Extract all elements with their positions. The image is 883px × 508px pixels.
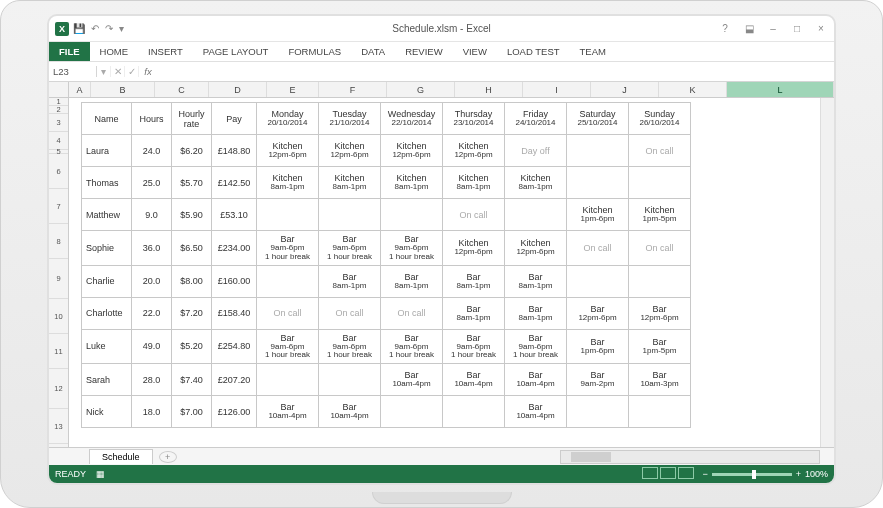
- cell-rate[interactable]: $7.20: [172, 297, 212, 329]
- fx-icon[interactable]: fx: [139, 66, 157, 77]
- row-header[interactable]: 12: [49, 369, 68, 409]
- cell-name[interactable]: Sophie: [82, 231, 132, 266]
- ribbon-options-button[interactable]: ⬓: [742, 23, 756, 34]
- tab-review[interactable]: REVIEW: [395, 42, 452, 61]
- cell-shift[interactable]: On call: [629, 135, 691, 167]
- cell-shift[interactable]: [629, 265, 691, 297]
- tab-data[interactable]: DATA: [351, 42, 395, 61]
- tab-home[interactable]: HOME: [90, 42, 139, 61]
- col-header[interactable]: I: [523, 82, 591, 97]
- qat-undo-icon[interactable]: ↶: [91, 23, 99, 34]
- cell-hours[interactable]: 28.0: [132, 364, 172, 396]
- cell-shift[interactable]: Kitchen8am-1pm: [505, 167, 567, 199]
- cell-pay[interactable]: £158.40: [212, 297, 257, 329]
- cell-rate[interactable]: $7.40: [172, 364, 212, 396]
- view-switcher[interactable]: [640, 467, 694, 481]
- zoom-level[interactable]: 100%: [805, 469, 828, 479]
- row-header[interactable]: 6: [49, 154, 68, 189]
- cell-hours[interactable]: 22.0: [132, 297, 172, 329]
- cell-shift[interactable]: On call: [257, 297, 319, 329]
- cell-pay[interactable]: £148.80: [212, 135, 257, 167]
- cell-shift[interactable]: [381, 396, 443, 428]
- cell-rate[interactable]: $8.00: [172, 265, 212, 297]
- row-header[interactable]: 8: [49, 224, 68, 259]
- cell-shift[interactable]: Bar9am-6pm1 hour break: [319, 231, 381, 266]
- cell-name[interactable]: Thomas: [82, 167, 132, 199]
- cell-shift[interactable]: Bar10am-4pm: [319, 396, 381, 428]
- help-button[interactable]: ?: [718, 23, 732, 34]
- cell-shift[interactable]: Kitchen12pm-6pm: [443, 135, 505, 167]
- cell-name[interactable]: Laura: [82, 135, 132, 167]
- tab-formulas[interactable]: FORMULAS: [278, 42, 351, 61]
- cell-shift[interactable]: Kitchen1pm-5pm: [629, 199, 691, 231]
- col-header[interactable]: K: [659, 82, 727, 97]
- cell-shift[interactable]: Kitchen12pm-6pm: [381, 135, 443, 167]
- cell-shift[interactable]: Bar10am-4pm: [505, 364, 567, 396]
- qat-customize-icon[interactable]: ▾: [119, 23, 124, 34]
- vertical-scrollbar[interactable]: [820, 98, 834, 447]
- cell-shift[interactable]: Kitchen8am-1pm: [257, 167, 319, 199]
- cell-shift[interactable]: [567, 167, 629, 199]
- cell-shift[interactable]: Bar10am-4pm: [381, 364, 443, 396]
- cell-rate[interactable]: $7.00: [172, 396, 212, 428]
- row-header[interactable]: 9: [49, 259, 68, 299]
- minimize-button[interactable]: –: [766, 23, 780, 34]
- cell-shift[interactable]: Bar9am-6pm1 hour break: [505, 329, 567, 364]
- cell-shift[interactable]: Kitchen12pm-6pm: [443, 231, 505, 266]
- cell-shift[interactable]: Bar8am-1pm: [505, 265, 567, 297]
- col-header[interactable]: D: [209, 82, 267, 97]
- cell-pay[interactable]: £142.50: [212, 167, 257, 199]
- cell-rate[interactable]: $6.20: [172, 135, 212, 167]
- cell-hours[interactable]: 18.0: [132, 396, 172, 428]
- col-header[interactable]: E: [267, 82, 319, 97]
- cell-hours[interactable]: 24.0: [132, 135, 172, 167]
- cell-rate[interactable]: $5.90: [172, 199, 212, 231]
- cell-shift[interactable]: Bar1pm-5pm: [629, 329, 691, 364]
- macro-record-icon[interactable]: ▦: [96, 469, 105, 479]
- cell-name[interactable]: Sarah: [82, 364, 132, 396]
- cell-shift[interactable]: Bar10am-4pm: [505, 396, 567, 428]
- cell-shift[interactable]: [257, 364, 319, 396]
- cell-hours[interactable]: 20.0: [132, 265, 172, 297]
- cell-shift[interactable]: Bar8am-1pm: [381, 265, 443, 297]
- spreadsheet-grid[interactable]: NameHoursHourly ratePayMonday20/10/2014T…: [69, 98, 820, 447]
- zoom-out-button[interactable]: −: [702, 469, 707, 479]
- cell-name[interactable]: Charlotte: [82, 297, 132, 329]
- cell-shift[interactable]: Bar10am-4pm: [257, 396, 319, 428]
- col-header[interactable]: C: [155, 82, 209, 97]
- col-header[interactable]: H: [455, 82, 523, 97]
- cell-pay[interactable]: £207.20: [212, 364, 257, 396]
- restore-button[interactable]: □: [790, 23, 804, 34]
- cell-shift[interactable]: Bar8am-1pm: [319, 265, 381, 297]
- cell-shift[interactable]: Bar1pm-6pm: [567, 329, 629, 364]
- cell-shift[interactable]: On call: [381, 297, 443, 329]
- cell-shift[interactable]: Day off: [505, 135, 567, 167]
- name-box-dropdown-icon[interactable]: ▾: [97, 66, 111, 77]
- cell-name[interactable]: Charlie: [82, 265, 132, 297]
- cell-shift[interactable]: [319, 364, 381, 396]
- col-header[interactable]: A: [69, 82, 91, 97]
- cell-shift[interactable]: [257, 199, 319, 231]
- tab-team[interactable]: TEAM: [570, 42, 616, 61]
- cell-shift[interactable]: On call: [629, 231, 691, 266]
- cell-rate[interactable]: $5.70: [172, 167, 212, 199]
- cell-shift[interactable]: [505, 199, 567, 231]
- cell-shift[interactable]: Bar12pm-6pm: [629, 297, 691, 329]
- row-header[interactable]: 3: [49, 114, 68, 132]
- cell-pay[interactable]: £254.80: [212, 329, 257, 364]
- cell-shift[interactable]: On call: [567, 231, 629, 266]
- cell-pay[interactable]: £160.00: [212, 265, 257, 297]
- cell-shift[interactable]: [443, 396, 505, 428]
- cell-shift[interactable]: Kitchen8am-1pm: [381, 167, 443, 199]
- cell-shift[interactable]: Kitchen8am-1pm: [319, 167, 381, 199]
- cell-hours[interactable]: 25.0: [132, 167, 172, 199]
- qat-save-icon[interactable]: 💾: [73, 23, 85, 34]
- cell-shift[interactable]: [567, 135, 629, 167]
- formula-cancel-icon[interactable]: ✕: [111, 66, 125, 77]
- cell-shift[interactable]: Bar10am-3pm: [629, 364, 691, 396]
- cell-shift[interactable]: Bar9am-2pm: [567, 364, 629, 396]
- cell-name[interactable]: Matthew: [82, 199, 132, 231]
- cell-shift[interactable]: Kitchen12pm-6pm: [505, 231, 567, 266]
- row-header[interactable]: 7: [49, 189, 68, 224]
- cell-pay[interactable]: £126.00: [212, 396, 257, 428]
